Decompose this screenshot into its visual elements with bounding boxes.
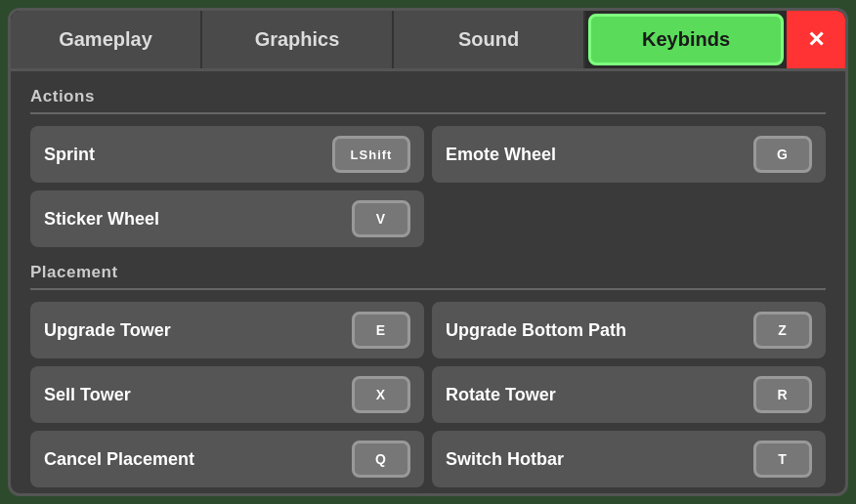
tab-keybinds[interactable]: Keybinds (588, 14, 784, 65)
keybind-sprint-key[interactable]: LShift (332, 136, 410, 173)
keybind-sticker-wheel-label: Sticker Wheel (44, 209, 159, 230)
keybind-sell-tower: Sell Tower X (30, 366, 424, 423)
keybind-emote-wheel: Emote Wheel G (432, 126, 826, 183)
keybind-switch-hotbar: Switch Hotbar T (432, 431, 826, 487)
keybind-cancel-placement: Cancel Placement Q (30, 431, 424, 487)
keybind-switch-hotbar-key[interactable]: T (753, 441, 812, 478)
keybind-upgrade-bottom-path: Upgrade Bottom Path Z (432, 302, 826, 358)
keybind-upgrade-tower: Upgrade Tower E (30, 302, 424, 358)
keybind-rotate-tower-label: Rotate Tower (446, 385, 556, 405)
content-area: Actions Sprint LShift Emote Wheel G Stic… (11, 71, 845, 493)
close-button[interactable]: ✕ (787, 11, 845, 68)
settings-modal: Gameplay Graphics Sound Keybinds ✕ Actio… (8, 8, 848, 496)
keybind-sticker-wheel: Sticker Wheel V (30, 190, 424, 247)
keybind-sprint-label: Sprint (44, 145, 95, 165)
keybind-cancel-placement-key[interactable]: Q (352, 441, 410, 478)
placement-section-title: Placement (30, 263, 826, 282)
keybind-upgrade-tower-key[interactable]: E (352, 312, 410, 349)
tab-gameplay[interactable]: Gameplay (11, 11, 202, 68)
keybind-sell-tower-label: Sell Tower (44, 385, 131, 405)
keybind-cancel-placement-label: Cancel Placement (44, 449, 194, 470)
tab-sound[interactable]: Sound (394, 11, 585, 68)
actions-grid: Sprint LShift Emote Wheel G Sticker Whee… (30, 126, 826, 247)
placement-divider (30, 288, 826, 290)
keybind-emote-wheel-label: Emote Wheel (446, 145, 556, 165)
keybind-sprint: Sprint LShift (30, 126, 424, 183)
keybind-rotate-tower-key[interactable]: R (753, 376, 812, 413)
keybind-switch-hotbar-label: Switch Hotbar (446, 449, 564, 470)
keybind-sell-tower-key[interactable]: X (352, 376, 410, 413)
actions-divider (30, 112, 826, 114)
keybind-emote-wheel-key[interactable]: G (753, 136, 812, 173)
placement-grid: Upgrade Tower E Upgrade Bottom Path Z Se… (30, 302, 826, 487)
keybind-empty-1 (432, 190, 826, 247)
tab-graphics[interactable]: Graphics (202, 11, 394, 68)
actions-section-title: Actions (30, 87, 826, 106)
tab-bar: Gameplay Graphics Sound Keybinds ✕ (11, 11, 845, 71)
keybind-upgrade-bottom-path-label: Upgrade Bottom Path (446, 320, 626, 341)
keybind-sticker-wheel-key[interactable]: V (352, 200, 410, 237)
keybind-upgrade-tower-label: Upgrade Tower (44, 320, 171, 341)
keybind-upgrade-bottom-path-key[interactable]: Z (753, 312, 812, 349)
keybind-rotate-tower: Rotate Tower R (432, 366, 826, 423)
